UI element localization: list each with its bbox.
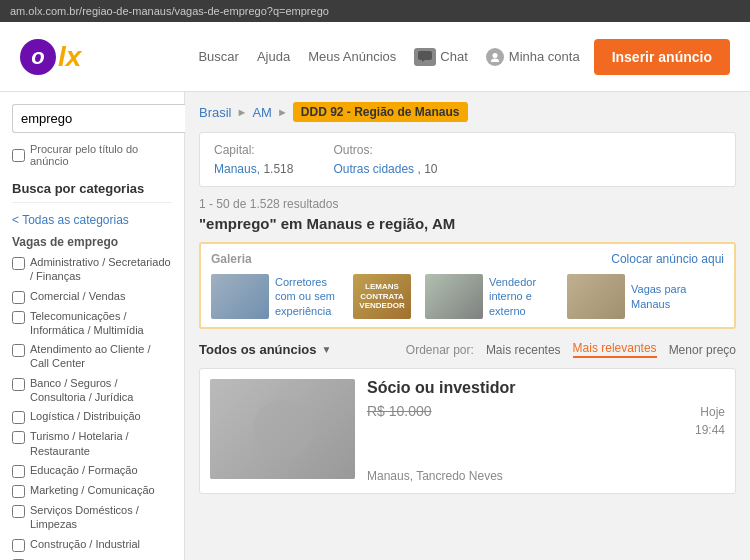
- breadcrumb-am[interactable]: AM: [252, 105, 272, 120]
- all-categories-link[interactable]: < Todas as categorias: [12, 213, 172, 227]
- gallery-thumb-2: LEMANSCONTRATAVENDEDOR: [353, 274, 411, 319]
- todos-anuncios-dropdown[interactable]: Todos os anúncios ▼: [199, 342, 331, 357]
- category-label: Turismo / Hotelaria / Restaurante: [30, 429, 172, 458]
- category-checkbox[interactable]: [12, 344, 25, 357]
- listing-price-row: R$ 10.000 Hoje 19:44: [367, 403, 725, 439]
- gallery-item-2[interactable]: LEMANSCONTRATAVENDEDOR: [353, 274, 417, 319]
- sort-mais-recentes[interactable]: Mais recentes: [486, 343, 561, 357]
- location-row: Capital: Manaus, 1.518 Outros: Outras ci…: [214, 143, 721, 176]
- url-text: am.olx.com.br/regiao-de-manaus/vagas-de-…: [10, 5, 329, 17]
- sort-mais-relevantes[interactable]: Mais relevantes: [573, 341, 657, 358]
- content-area: Brasil ► AM ► DDD 92 - Região de Manaus …: [185, 92, 750, 560]
- listing-item-1[interactable]: Sócio ou investidor R$ 10.000 Hoje 19:44…: [199, 368, 736, 494]
- logo-lx-letters: lx: [58, 41, 81, 73]
- user-icon: [486, 48, 504, 66]
- listing-price-1: R$ 10.000: [367, 403, 432, 419]
- list-item: Educação / Formação: [12, 463, 172, 478]
- category-label: Saúde / Medicina / Enfermagem: [30, 557, 172, 560]
- todos-anuncios-label: Todos os anúncios: [199, 342, 317, 357]
- address-bar: am.olx.com.br/regiao-de-manaus/vagas-de-…: [0, 0, 750, 22]
- category-checkbox[interactable]: [12, 539, 25, 552]
- gallery-thumb-4: [567, 274, 625, 319]
- category-checkbox[interactable]: [12, 505, 25, 518]
- gallery-item-1[interactable]: Corretores com ou sem experiência: [211, 274, 345, 319]
- category-checkbox[interactable]: [12, 431, 25, 444]
- gallery-caption-4: Vagas para Manaus: [631, 282, 701, 311]
- title-search-checkbox[interactable]: [12, 149, 25, 162]
- location-box: Capital: Manaus, 1.518 Outros: Outras ci…: [199, 132, 736, 187]
- category-checkbox[interactable]: [12, 291, 25, 304]
- category-label: Logística / Distribuição: [30, 409, 141, 423]
- outras-cidades-link[interactable]: Outras cidades: [333, 162, 417, 176]
- gallery-items: Corretores com ou sem experiência LEMANS…: [211, 274, 724, 319]
- breadcrumb-sep-1: ►: [237, 106, 248, 118]
- gallery-header: Galeria Colocar anúncio aqui: [211, 252, 724, 266]
- breadcrumb: Brasil ► AM ► DDD 92 - Região de Manaus: [199, 102, 736, 122]
- dropdown-arrow-icon: ▼: [322, 344, 332, 355]
- logo[interactable]: o lx: [20, 39, 81, 75]
- gallery-label: Galeria: [211, 252, 252, 266]
- listing-title-1: Sócio ou investidor: [367, 379, 725, 397]
- header-nav: Buscar Ajuda Meus Anúncios Chat Minha co…: [81, 48, 579, 66]
- list-item: Telecomunicações / Informática / Multimí…: [12, 309, 172, 338]
- category-checkbox[interactable]: [12, 257, 25, 270]
- chat-button[interactable]: Chat: [414, 48, 467, 66]
- results-count: 1 - 50 de 1.528 resultados: [199, 197, 736, 211]
- list-item: Construção / Industrial: [12, 537, 172, 552]
- category-checkbox[interactable]: [12, 378, 25, 391]
- listing-thumb-img: [253, 399, 313, 459]
- listing-thumb-1: [210, 379, 355, 479]
- outros-count: , 10: [417, 162, 437, 176]
- logo-o-letter: o: [31, 44, 44, 70]
- category-checkbox[interactable]: [12, 485, 25, 498]
- category-label: Educação / Formação: [30, 463, 138, 477]
- sidebar-section-title: Busca por categorias: [12, 181, 172, 203]
- category-checkbox[interactable]: [12, 465, 25, 478]
- sort-menor-preco[interactable]: Menor preço: [669, 343, 736, 357]
- category-checkbox[interactable]: [12, 411, 25, 424]
- category-label: Atendimento ao Cliente / Call Center: [30, 342, 172, 371]
- category-group-title: Vagas de emprego: [12, 235, 172, 249]
- category-checkbox[interactable]: [12, 311, 25, 324]
- title-search-label: Procurar pelo título do anúncio: [30, 143, 172, 167]
- listing-location-1: Manaus, Tancredo Neves: [367, 469, 725, 483]
- minha-conta-button[interactable]: Minha conta: [486, 48, 580, 66]
- category-label: Banco / Seguros / Consultoria / Jurídica: [30, 376, 172, 405]
- sort-label: Ordenar por:: [406, 343, 474, 357]
- category-label: Serviços Domésticos / Limpezas: [30, 503, 172, 532]
- list-item: Marketing / Comunicação: [12, 483, 172, 498]
- logo-circle: o: [20, 39, 56, 75]
- list-item: Banco / Seguros / Consultoria / Jurídica: [12, 376, 172, 405]
- list-item: Comercial / Vendas: [12, 289, 172, 304]
- list-item: Turismo / Hotelaria / Restaurante: [12, 429, 172, 458]
- ajuda-link[interactable]: Ajuda: [257, 49, 290, 64]
- location-outros-col: Outros: Outras cidades , 10: [333, 143, 437, 176]
- category-label: Telecomunicações / Informática / Multimí…: [30, 309, 172, 338]
- gallery-caption-3: Vendedor interno e externo: [489, 275, 559, 318]
- inserir-anuncio-button[interactable]: Inserir anúncio: [594, 39, 730, 75]
- sidebar: 🔍 Procurar pelo título do anúncio Busca …: [0, 92, 185, 560]
- main-container: 🔍 Procurar pelo título do anúncio Busca …: [0, 92, 750, 560]
- list-item: Atendimento ao Cliente / Call Center: [12, 342, 172, 371]
- categories-list: Administrativo / Secretariado / Finanças…: [12, 255, 172, 560]
- breadcrumb-brasil[interactable]: Brasil: [199, 105, 232, 120]
- listing-info-1: Sócio ou investidor R$ 10.000 Hoje 19:44…: [367, 379, 725, 483]
- listing-date-1: Hoje 19:44: [695, 403, 725, 439]
- chat-icon: [414, 48, 436, 66]
- minha-conta-label: Minha conta: [509, 49, 580, 64]
- search-input[interactable]: [12, 104, 197, 133]
- gallery-item-4[interactable]: Vagas para Manaus: [567, 274, 701, 319]
- breadcrumb-sep-2: ►: [277, 106, 288, 118]
- meus-anuncios-link[interactable]: Meus Anúncios: [308, 49, 396, 64]
- list-item: Logística / Distribuição: [12, 409, 172, 424]
- title-search-checkbox-row: Procurar pelo título do anúncio: [12, 143, 172, 167]
- buscar-link[interactable]: Buscar: [198, 49, 238, 64]
- sort-options: Ordenar por: Mais recentes Mais relevant…: [406, 341, 736, 358]
- gallery-colocar-link[interactable]: Colocar anúncio aqui: [611, 252, 724, 266]
- capital-count: 1.518: [263, 162, 293, 176]
- capital-link[interactable]: Manaus, 1.518: [214, 162, 293, 176]
- gallery-box: Galeria Colocar anúncio aqui Corretores …: [199, 242, 736, 329]
- svg-point-2: [492, 53, 497, 58]
- gallery-item-3[interactable]: Vendedor interno e externo: [425, 274, 559, 319]
- svg-rect-0: [418, 51, 432, 60]
